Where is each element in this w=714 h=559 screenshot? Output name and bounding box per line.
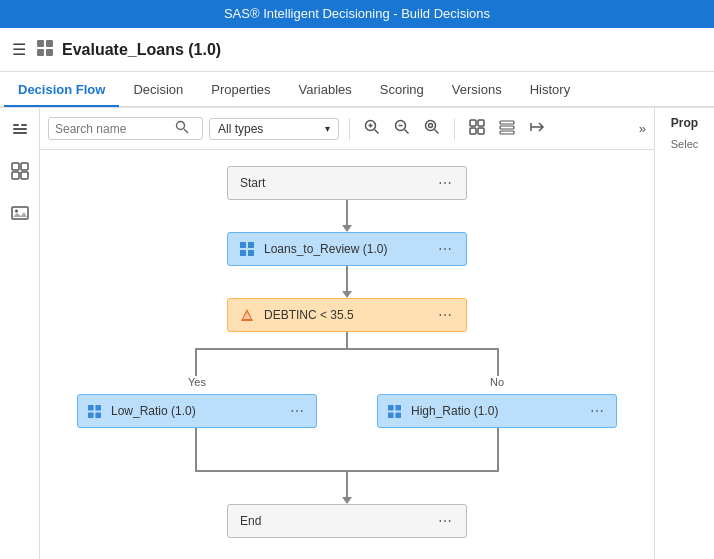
end-node-row: End ⋯	[60, 504, 634, 538]
loans-node[interactable]: Loans_to_Review (1.0) ⋯	[227, 232, 467, 266]
svg-rect-47	[388, 412, 394, 418]
start-label: Start	[240, 176, 265, 190]
end-label: End	[240, 514, 261, 528]
tab-bar: Decision Flow Decision Properties Variab…	[0, 72, 714, 108]
condition-node-menu[interactable]: ⋯	[436, 307, 454, 323]
svg-line-25	[435, 130, 439, 134]
svg-point-23	[426, 121, 436, 131]
dropdown-label: All types	[218, 122, 263, 136]
zoom-out-button[interactable]	[390, 117, 414, 140]
left-sidebar	[0, 108, 40, 559]
header: ☰ Evaluate_Loans (1.0)	[0, 28, 714, 72]
svg-rect-7	[21, 124, 27, 126]
tab-scoring[interactable]: Scoring	[366, 74, 438, 107]
loans-node-menu[interactable]: ⋯	[436, 241, 454, 257]
svg-rect-35	[240, 242, 246, 248]
top-bar-title: SAS® Intelligent Decisioning - Build Dec…	[224, 6, 490, 21]
svg-rect-0	[37, 40, 44, 47]
svg-line-19	[375, 130, 379, 134]
svg-rect-45	[388, 405, 394, 411]
svg-rect-4	[13, 124, 19, 126]
right-panel-title: Prop	[659, 116, 710, 130]
expand-panel-button[interactable]: »	[639, 121, 646, 136]
main-layout: All types ▾	[0, 108, 714, 559]
svg-rect-28	[470, 128, 476, 134]
condition-label: DEBTINC < 35.5	[240, 308, 354, 322]
svg-rect-44	[95, 412, 101, 418]
svg-point-14	[177, 122, 185, 130]
tab-versions[interactable]: Versions	[438, 74, 516, 107]
tab-properties[interactable]: Properties	[197, 74, 284, 107]
view-flow-button[interactable]	[525, 117, 549, 140]
svg-point-24	[429, 124, 433, 128]
no-branch: No High_Ratio (1.0)	[377, 376, 617, 428]
sidebar-objects-icon[interactable]	[7, 158, 33, 188]
svg-rect-12	[12, 207, 28, 219]
svg-rect-2	[37, 49, 44, 56]
svg-rect-38	[248, 250, 254, 256]
svg-point-13	[15, 210, 18, 213]
svg-rect-32	[500, 131, 514, 134]
top-bar: SAS® Intelligent Decisioning - Build Dec…	[0, 0, 714, 28]
svg-rect-43	[88, 412, 94, 418]
svg-rect-11	[21, 172, 28, 179]
canvas-toolbar: All types ▾	[40, 108, 654, 150]
svg-rect-26	[470, 120, 476, 126]
low-ratio-node[interactable]: Low_Ratio (1.0) ⋯	[77, 394, 317, 428]
svg-rect-29	[478, 128, 484, 134]
svg-rect-36	[248, 242, 254, 248]
high-ratio-menu[interactable]: ⋯	[588, 403, 606, 419]
yes-label: Yes	[188, 376, 206, 388]
view-grid-button[interactable]	[465, 117, 489, 140]
search-icon	[175, 120, 189, 137]
type-dropdown[interactable]: All types ▾	[209, 118, 339, 140]
svg-rect-27	[478, 120, 484, 126]
loans-label: Loans_to_Review (1.0)	[240, 242, 387, 256]
zoom-fit-button[interactable]	[420, 117, 444, 140]
tab-variables[interactable]: Variables	[285, 74, 366, 107]
start-node-menu[interactable]: ⋯	[436, 175, 454, 191]
svg-rect-6	[13, 132, 27, 134]
right-panel: Prop Selec	[654, 108, 714, 559]
search-input-container	[48, 117, 203, 140]
connector-start-loans	[346, 200, 348, 232]
svg-rect-48	[395, 412, 401, 418]
right-panel-hint: Selec	[659, 138, 710, 150]
view-list-button[interactable]	[495, 117, 519, 140]
zoom-in-button[interactable]	[360, 117, 384, 140]
svg-rect-46	[395, 405, 401, 411]
branch-section: Yes Low_Ratio (1.0)	[57, 332, 637, 472]
menu-icon[interactable]: ☰	[12, 40, 26, 59]
svg-rect-10	[12, 172, 19, 179]
toolbar-divider	[349, 118, 350, 140]
start-node-row: Start ⋯	[60, 166, 634, 200]
svg-rect-37	[240, 250, 246, 256]
svg-rect-5	[13, 128, 27, 130]
high-ratio-label: High_Ratio (1.0)	[388, 404, 498, 418]
sidebar-image-icon[interactable]	[7, 200, 33, 230]
branch-nodes: Yes Low_Ratio (1.0)	[77, 376, 617, 428]
svg-rect-42	[95, 405, 101, 411]
tab-decision-flow[interactable]: Decision Flow	[4, 74, 119, 107]
end-node-menu[interactable]: ⋯	[436, 513, 454, 529]
app-icon	[36, 39, 54, 61]
start-node[interactable]: Start ⋯	[227, 166, 467, 200]
svg-rect-1	[46, 40, 53, 47]
condition-node-row: DEBTINC < 35.5 ⋯	[60, 298, 634, 332]
flow-canvas[interactable]: Start ⋯	[40, 150, 654, 559]
chevron-down-icon: ▾	[325, 123, 330, 134]
sidebar-list-icon[interactable]	[7, 116, 33, 146]
svg-rect-9	[21, 163, 28, 170]
tab-decision[interactable]: Decision	[119, 74, 197, 107]
canvas-area: All types ▾	[40, 108, 654, 559]
low-ratio-menu[interactable]: ⋯	[288, 403, 306, 419]
search-input[interactable]	[55, 122, 175, 136]
arrow-down	[346, 200, 348, 226]
end-node[interactable]: End ⋯	[227, 504, 467, 538]
high-ratio-node[interactable]: High_Ratio (1.0) ⋯	[377, 394, 617, 428]
toolbar-divider2	[454, 118, 455, 140]
tab-history[interactable]: History	[516, 74, 584, 107]
condition-node[interactable]: DEBTINC < 35.5 ⋯	[227, 298, 467, 332]
app-title: Evaluate_Loans (1.0)	[62, 41, 221, 59]
low-ratio-label: Low_Ratio (1.0)	[88, 404, 196, 418]
